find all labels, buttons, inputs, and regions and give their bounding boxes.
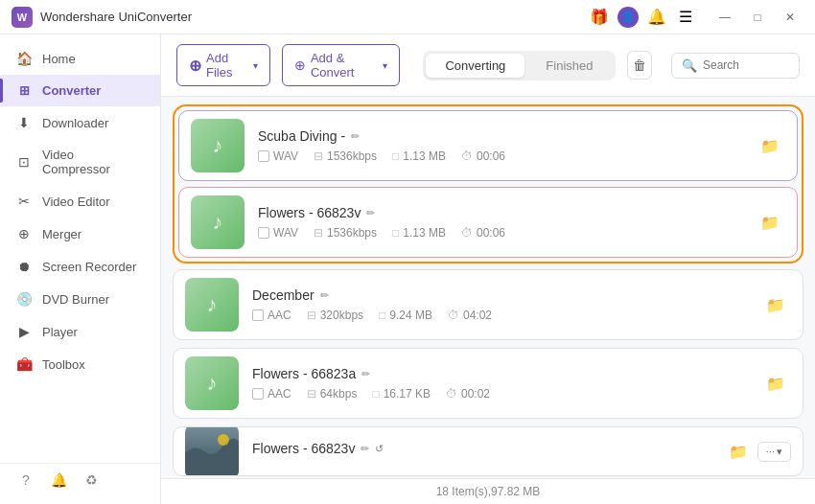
file-info: Flowers - 66823v ✏ WAV ⊟ 1536k [258,205,747,240]
duration-meta: ⏱ 00:02 [446,387,490,401]
sidebar: 🏠 Home ⊞ Converter ⬇ Downloader ⊡ Video … [0,34,161,504]
player-icon: ▶ [15,324,33,339]
app-icon: W [12,7,33,28]
file-list: ♪ Scuba Diving - ✏ WAV [161,97,815,478]
format-icon [252,309,264,321]
bitrate-meta: ⊟ 64kbps [307,387,358,401]
close-button[interactable]: ✕ [777,7,803,28]
format-meta: WAV [258,149,298,163]
refresh-icon[interactable]: ♻ [81,470,102,491]
sidebar-item-video-editor[interactable]: ✂ Video Editor [0,185,160,218]
sidebar-item-dvd-burner[interactable]: 💿 DVD Burner [0,283,160,315]
minimize-button[interactable]: — [711,7,738,28]
folder-action[interactable]: 📁 [755,130,785,161]
file-name: Flowers - 66823v ✏ ↺ [252,441,715,456]
bell-icon[interactable]: 🔔 [646,7,667,28]
file-info: Flowers - 66823a ✏ AAC ⊟ 64kbps [252,366,753,401]
duration-meta: ⏱ 04:02 [448,309,492,322]
duration-meta: ⏱ 00:06 [461,226,505,240]
add-convert-label: Add & Convert [311,51,379,80]
duration-meta: ⏱ 00:06 [461,149,505,163]
file-item: ♪ Flowers - 66823a ✏ AAC ⊟ 64kbps [173,348,803,419]
sidebar-item-merger[interactable]: ⊕ Merger [0,218,160,250]
sidebar-item-player[interactable]: ▶ Player [0,315,160,348]
edit-icon[interactable]: ✏ [366,207,375,219]
format-icon [252,388,264,400]
more-actions: 📁 ··· ▾ [715,436,791,467]
downloader-icon: ⬇ [15,115,33,130]
sidebar-item-home[interactable]: 🏠 Home [0,42,160,75]
size-icon: □ [392,226,399,240]
folder-action[interactable]: 📁 [760,368,791,399]
user-icon[interactable]: 👤 [617,7,639,28]
sidebar-item-video-compressor[interactable]: ⊡ Video Compressor [0,139,160,185]
edit-icon[interactable]: ✏ [361,443,369,455]
search-icon: 🔍 [682,58,697,73]
bitrate-meta: ⊟ 1536kbps [314,226,377,240]
clock-icon: ⏱ [448,309,459,322]
clock-icon: ⏱ [461,149,473,163]
converter-icon: ⊞ [15,83,33,98]
add-files-chevron: ▾ [253,60,258,71]
file-meta: WAV ⊟ 1536kbps □ 1.13 MB [258,226,747,240]
bottom-nav: ? 🔔 ♻ [0,463,160,496]
sidebar-item-screen-recorder[interactable]: ⏺ Screen Recorder [0,250,160,283]
statusbar: 18 Item(s),97.82 MB [161,478,815,504]
file-thumbnail: ♪ [191,195,244,249]
edit-icon[interactable]: ✏ [351,130,360,143]
size-meta: □ 1.13 MB [392,149,446,163]
tabs-container: Converting Finished [423,51,615,80]
refresh-icon[interactable]: ↺ [375,443,384,455]
video-editor-icon: ✂ [15,194,33,209]
converting-group: ♪ Scuba Diving - ✏ WAV [173,104,803,263]
sidebar-item-downloader[interactable]: ⬇ Downloader [0,106,160,139]
file-thumbnail: ♪ [191,119,244,172]
toolbox-icon: 🧰 [15,356,33,372]
file-thumbnail [185,426,239,476]
ellipsis-icon: ··· [766,446,775,457]
size-icon: □ [372,387,379,401]
add-files-button[interactable]: ⊕ Add Files ▾ [176,44,270,86]
more-options-button[interactable]: ··· ▾ [757,442,791,462]
add-convert-button[interactable]: ⊕ Add & Convert ▾ [282,44,401,86]
tab-converting[interactable]: Converting [426,54,524,78]
edit-icon[interactable]: ✏ [361,368,370,380]
maximize-button[interactable]: □ [744,7,771,28]
titlebar-right: 🎁 👤 🔔 ☰ — □ ✕ [589,7,803,28]
notifications-icon[interactable]: 🔔 [48,470,69,491]
folder-action[interactable]: 📁 [760,289,791,320]
add-files-icon: ⊕ [189,57,201,75]
file-meta: WAV ⊟ 1536kbps □ 1.13 MB [258,149,747,163]
file-name: Flowers - 66823v ✏ [258,205,747,220]
delete-button[interactable]: 🗑 [627,51,653,80]
window-controls: — □ ✕ [711,7,803,28]
file-thumbnail: ♪ [185,356,239,410]
file-name: Scuba Diving - ✏ [258,128,747,144]
help-icon[interactable]: ? [15,470,36,491]
titlebar-left: W Wondershare UniConverter [12,7,192,28]
format-icon [258,227,269,239]
sidebar-item-converter[interactable]: ⊞ Converter [0,75,160,106]
search-input[interactable] [703,58,789,72]
file-name: Flowers - 66823a ✏ [252,366,753,381]
home-icon: 🏠 [15,51,33,66]
edit-icon[interactable]: ✏ [320,289,329,302]
format-meta: AAC [252,387,291,401]
menu-icon[interactable]: ☰ [675,7,696,28]
format-meta: WAV [258,226,298,240]
bitrate-meta: ⊟ 320kbps [307,309,363,322]
file-info: Flowers - 66823v ✏ ↺ [252,441,715,462]
sidebar-item-toolbox[interactable]: 🧰 Toolbox [0,348,160,380]
gift-icon[interactable]: 🎁 [589,7,610,28]
file-info: Scuba Diving - ✏ WAV ⊟ 1536kbp [258,128,747,163]
folder-action[interactable]: 📁 [723,436,754,467]
content-area: ⊕ Add Files ▾ ⊕ Add & Convert ▾ Converti… [161,34,815,504]
add-convert-chevron: ▾ [383,60,387,71]
bitrate-icon: ⊟ [307,309,316,322]
size-meta: □ 16.17 KB [372,387,431,401]
bitrate-icon: ⊟ [314,226,323,240]
tab-finished[interactable]: Finished [526,54,612,78]
toolbar: ⊕ Add Files ▾ ⊕ Add & Convert ▾ Converti… [161,34,815,97]
folder-action[interactable]: 📁 [755,207,785,238]
bitrate-icon: ⊟ [307,387,316,401]
